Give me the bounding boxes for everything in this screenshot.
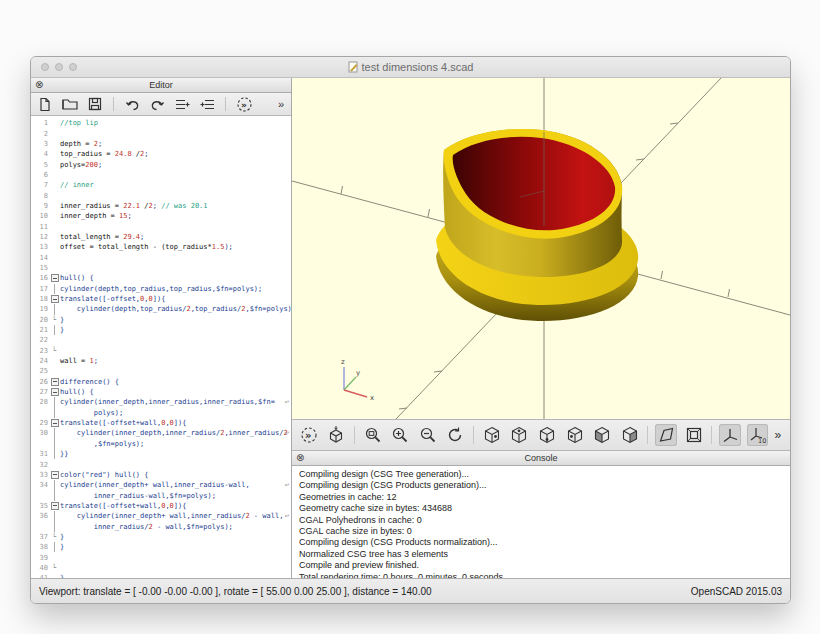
code-line[interactable]: 23└	[31, 346, 291, 356]
close-window-button[interactable]	[41, 63, 49, 71]
redo-button[interactable]	[148, 95, 166, 113]
toolbar-separator	[473, 426, 474, 444]
code-line[interactable]: 33color("red") hull() {	[31, 470, 291, 480]
code-line[interactable]: 30 cylinder(inner_depth,inner_radius/2,i…	[31, 428, 291, 438]
code-line[interactable]: 38}	[31, 542, 291, 552]
toolbar-separator	[113, 97, 114, 111]
fold-marker-icon[interactable]	[51, 470, 60, 480]
code-line[interactable]: inner_radius-wall,$fn=polys);	[31, 490, 291, 500]
code-line[interactable]: 35translate([-offset+wall,0,0]){	[31, 501, 291, 511]
open-file-button[interactable]	[61, 95, 79, 113]
code-line[interactable]: 25	[31, 366, 291, 376]
code-line[interactable]: 15	[31, 263, 291, 273]
code-line[interactable]: 31}}	[31, 449, 291, 459]
perspective-button[interactable]	[655, 424, 677, 446]
show-axes-button[interactable]	[719, 424, 741, 446]
code-line[interactable]: 22	[31, 335, 291, 345]
editor-close-icon[interactable]: ⊗	[35, 78, 43, 92]
undo-button[interactable]	[123, 95, 141, 113]
console-line: Geometries in cache: 12	[299, 492, 783, 503]
fold-marker-icon[interactable]	[51, 387, 60, 397]
preview-button[interactable]: »	[235, 95, 253, 113]
indent-button[interactable]	[198, 95, 216, 113]
code-line[interactable]: 34cylinder(inner_depth+ wall,inner_radiu…	[31, 480, 291, 490]
code-line[interactable]: 17cylinder(depth,top_radius,top_radius,$…	[31, 284, 291, 294]
fold-marker-icon[interactable]	[51, 273, 60, 283]
code-line[interactable]: 40└	[31, 563, 291, 573]
code-line[interactable]: 26difference() {	[31, 377, 291, 387]
code-line[interactable]: 3depth = 2;	[31, 139, 291, 149]
console-close-icon[interactable]: ⊗	[296, 451, 304, 465]
code-line[interactable]: 11	[31, 221, 291, 231]
code-line[interactable]: 7// inner	[31, 180, 291, 190]
view-back-button[interactable]	[619, 424, 641, 446]
view-bottom-button[interactable]	[536, 424, 558, 446]
zoom-out-button[interactable]	[417, 424, 439, 446]
code-line[interactable]: 5polys=200;	[31, 159, 291, 169]
view-right-button[interactable]	[481, 424, 503, 446]
code-line[interactable]: 39	[31, 552, 291, 562]
code-text: }	[60, 316, 291, 324]
code-line[interactable]: 27hull() {	[31, 387, 291, 397]
line-number: 30	[31, 429, 51, 437]
save-button[interactable]	[86, 95, 104, 113]
console-body[interactable]: Compiling design (CSG Tree generation)..…	[292, 466, 790, 578]
code-line[interactable]: 18translate([-offset,0,0]){	[31, 294, 291, 304]
code-line[interactable]: 36 cylinder(inner_depth+ wall,inner_radi…	[31, 511, 291, 521]
svg-text:»: »	[241, 100, 247, 110]
code-line[interactable]: 21}	[31, 325, 291, 335]
code-line[interactable]: 16hull() {	[31, 273, 291, 283]
view-right-icon	[483, 426, 501, 444]
code-line[interactable]: 41}	[31, 573, 291, 578]
code-line[interactable]: 37└}	[31, 532, 291, 542]
view-top-button[interactable]	[509, 424, 531, 446]
line-number: 41	[31, 574, 51, 578]
code-line[interactable]: 32	[31, 459, 291, 469]
code-line[interactable]: 29translate([-offset+wall,0,0]){	[31, 418, 291, 428]
code-line[interactable]: 28cylinder(inner_depth,inner_radius,inne…	[31, 397, 291, 407]
orthogonal-button[interactable]	[683, 424, 705, 446]
code-line[interactable]: ,$fn=polys);	[31, 439, 291, 449]
fold-marker-icon[interactable]	[51, 418, 60, 428]
fold-marker-icon[interactable]	[51, 377, 60, 387]
code-area[interactable]: 1//top lip23depth = 2;4top_radius = 24.8…	[31, 116, 291, 578]
view-front-button[interactable]	[591, 424, 613, 446]
fold-marker-icon[interactable]	[51, 501, 60, 511]
preview-button[interactable]: »	[298, 424, 320, 446]
line-number: 23	[31, 347, 51, 355]
code-line[interactable]: 6	[31, 170, 291, 180]
unindent-button[interactable]	[173, 95, 191, 113]
code-line[interactable]: 10inner_depth = 15;	[31, 211, 291, 221]
code-line[interactable]: 8	[31, 190, 291, 200]
code-line[interactable]: 4top_radius = 24.8 /2;	[31, 149, 291, 159]
fold-marker-icon[interactable]	[51, 294, 60, 304]
zoom-all-button[interactable]	[362, 424, 384, 446]
indent-icon	[200, 98, 215, 111]
code-line[interactable]: 1//top lip	[31, 118, 291, 128]
render-button[interactable]	[326, 424, 348, 446]
show-scale-markers-button[interactable]: 10	[747, 424, 769, 446]
view-left-button[interactable]	[564, 424, 586, 446]
code-line[interactable]: 2	[31, 128, 291, 138]
code-line[interactable]: 14	[31, 252, 291, 262]
minimize-window-button[interactable]	[55, 63, 63, 71]
code-line[interactable]: 19 cylinder(depth,top_radius/2,top_radiu…	[31, 304, 291, 314]
code-line[interactable]: 24wall = 1;	[31, 356, 291, 366]
titlebar[interactable]: test dimensions 4.scad	[31, 57, 790, 78]
code-line[interactable]: 13offset = total_length - (top_radius*1.…	[31, 242, 291, 252]
console-title: Console	[524, 453, 557, 463]
new-file-button[interactable]	[36, 95, 54, 113]
code-line[interactable]: 12total_length = 29.4;	[31, 232, 291, 242]
code-line[interactable]: 20└}	[31, 315, 291, 325]
code-line[interactable]: inner_radius/2 - wall,$fn=polys);	[31, 521, 291, 531]
zoom-in-button[interactable]	[390, 424, 412, 446]
code-line[interactable]: polys);	[31, 408, 291, 418]
3d-viewport[interactable]: z y x	[292, 78, 790, 420]
reset-view-button[interactable]	[445, 424, 467, 446]
zoom-window-button[interactable]	[69, 63, 77, 71]
code-line[interactable]: 9inner_radius = 22.1 /2; // was 20.1	[31, 201, 291, 211]
fold-guide	[51, 263, 60, 273]
fold-guide	[51, 304, 60, 314]
viewport-toolbar-more-button[interactable]: »	[774, 428, 784, 442]
editor-toolbar-more-button[interactable]: »	[278, 98, 286, 110]
